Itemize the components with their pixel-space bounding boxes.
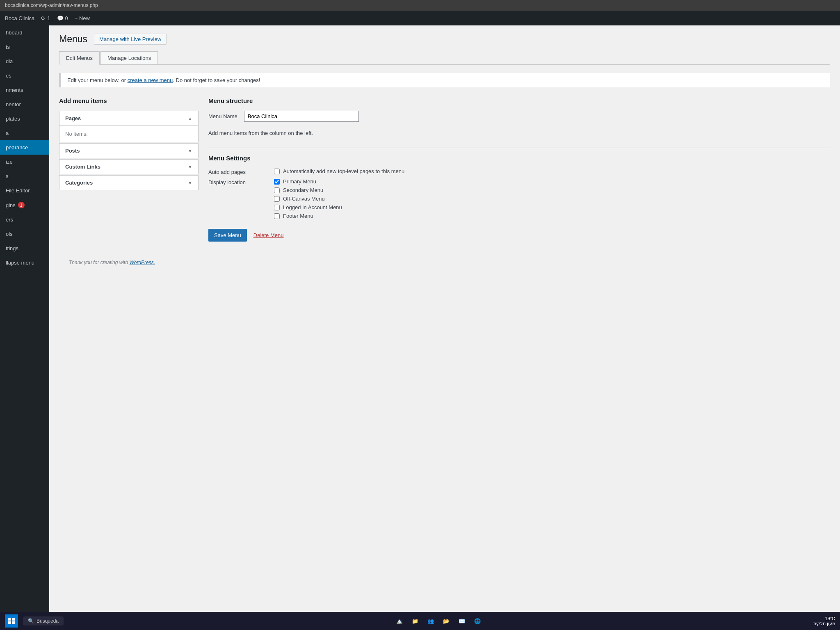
new-label: + New [75,15,90,21]
location-primary-menu-label: Primary Menu [283,178,316,185]
location-primary-menu-checkbox[interactable] [274,179,280,185]
temperature: 19°C [813,616,835,619]
sidebar-item-plugins[interactable]: gins 1 [0,198,49,212]
save-menu-button[interactable]: Save Menu [208,229,247,242]
taskbar-center: 🏔️ 📁 👥 📂 ✉️ 🌐 [394,615,483,619]
notice-text-after: . Do not forget to save your changes! [173,77,260,83]
location-off-canvas-menu[interactable]: Off-Canvas Menu [274,196,342,202]
create-new-menu-link[interactable]: create a new menu [128,77,173,83]
no-items-text: No items. [65,131,88,137]
accordion-posts-label: Posts [65,148,80,154]
sidebar-item-collapse[interactable]: llapse menu [0,256,49,270]
right-panel: Menu structure Menu Name Add menu items … [208,97,830,242]
location-primary-menu[interactable]: Primary Menu [274,178,342,185]
browser-bar: bocaclinica.com/wp-admin/nav-menus.php [0,0,840,11]
location-secondary-menu[interactable]: Secondary Menu [274,187,342,193]
live-preview-button[interactable]: Manage with Live Preview [94,34,167,45]
site-name[interactable]: Boca Clinica [5,15,34,21]
svg-rect-0 [8,618,11,619]
sidebar-item-settings[interactable]: ttings [0,241,49,256]
weather-display: 19°C מעון חלקית [813,616,835,619]
sidebar-item-widgets[interactable]: s [0,169,49,183]
accordion-pages-label: Pages [65,115,81,121]
page-title: Menus [59,34,87,45]
mail-icon[interactable]: ✉️ [456,615,468,619]
explorer-icon[interactable]: 📁 [409,615,421,619]
sidebar-item-pages[interactable]: es [0,68,49,83]
sidebar-item-customize[interactable]: ize [0,155,49,169]
taskbar: 🔍 Búsqueda 🏔️ 📁 👥 📂 ✉️ 🌐 19°C מעון חלקית [0,612,840,619]
notice-bar: Edit your menu below, or create a new me… [59,73,830,87]
tabs-container: Edit Menus Manage Locations [59,51,830,65]
sidebar-item-dashboard[interactable]: hboard [0,25,49,40]
auto-add-option[interactable]: Automatically add new top-level pages to… [274,168,404,174]
sidebar-item-elementor[interactable]: nentor [0,97,49,112]
location-secondary-menu-label: Secondary Menu [283,187,323,193]
chrome-icon[interactable]: 🌐 [472,615,483,619]
accordion-categories-arrow: ▼ [188,180,192,185]
menu-name-row: Menu Name [208,111,830,122]
updates-item[interactable]: ⟳ 1 [41,15,50,21]
sidebar-item-posts[interactable]: ts [0,40,49,54]
accordion-custom-links-arrow: ▼ [188,164,192,169]
auto-add-checkbox[interactable] [274,169,280,174]
menu-name-input[interactable] [244,111,359,122]
accordion-pages-body: No items. [59,126,198,142]
auto-add-options: Automatically add new top-level pages to… [274,168,404,174]
accordion-pages-header[interactable]: Pages ▲ [59,111,198,126]
main-layout: hboard ts dia es nments nentor plates a … [0,25,840,619]
accordion-categories-header[interactable]: Categories ▼ [59,176,198,190]
notice-text-before: Edit your menu below, or [67,77,128,83]
accordion-categories-label: Categories [65,180,93,186]
accordion-pages-arrow: ▲ [188,116,192,121]
teams-icon[interactable]: 👥 [425,615,436,619]
new-item[interactable]: + New [75,15,90,21]
plugins-badge: 1 [18,202,25,208]
windows-button[interactable] [5,614,18,619]
tab-manage-locations[interactable]: Manage Locations [100,51,158,64]
location-footer-menu-checkbox[interactable] [274,213,280,219]
sidebar-item-users[interactable]: ers [0,212,49,227]
sidebar: hboard ts dia es nments nentor plates a … [0,25,49,619]
comments-item[interactable]: 💬 0 [57,15,68,21]
taskbar-search[interactable]: 🔍 Búsqueda [23,616,64,619]
landscape-icon[interactable]: 🏔️ [394,615,405,619]
sidebar-item-file-editor[interactable]: File Editor [0,183,49,198]
delete-menu-link[interactable]: Delete Menu [253,232,284,238]
location-secondary-menu-checkbox[interactable] [274,187,280,193]
location-footer-menu[interactable]: Footer Menu [274,213,342,219]
wordpress-link[interactable]: WordPress. [129,260,155,265]
accordion-posts-arrow: ▼ [188,148,192,153]
sidebar-item-appearance[interactable]: pearance [0,140,49,155]
accordion-pages: Pages ▲ No items. [59,111,199,142]
comments-icon: 💬 [57,15,64,21]
location-logged-in-account-menu[interactable]: Logged In Account Menu [274,204,342,210]
location-off-canvas-menu-checkbox[interactable] [274,196,280,202]
auto-add-label: Auto add pages [208,168,258,175]
accordion-custom-links-header[interactable]: Custom Links ▼ [59,160,198,174]
accordion-custom-links-label: Custom Links [65,164,100,170]
folder-icon[interactable]: 📂 [441,615,452,619]
svg-rect-1 [12,618,15,619]
sidebar-item-templates[interactable]: plates [0,112,49,126]
sidebar-item-comments[interactable]: nments [0,83,49,97]
tab-edit-menus[interactable]: Edit Menus [59,51,100,65]
button-row: Save Menu Delete Menu [208,229,830,242]
browser-url: bocaclinica.com/wp-admin/nav-menus.php [5,2,98,8]
settings-auto-add-row: Auto add pages Automatically add new top… [208,168,830,175]
location-logged-in-account-menu-label: Logged In Account Menu [283,204,342,210]
menu-settings-title: Menu Settings [208,148,830,162]
accordion-posts-header[interactable]: Posts ▼ [59,144,198,158]
settings-display-location-row: Display location Primary Menu Secondary … [208,178,830,219]
updates-icon: ⟳ [41,15,46,21]
sidebar-item-tools[interactable]: ols [0,227,49,241]
footer-text: Thank you for creating with [69,260,129,265]
location-off-canvas-menu-label: Off-Canvas Menu [283,196,325,202]
sidebar-item-media[interactable]: dia [0,54,49,68]
location-logged-in-account-menu-checkbox[interactable] [274,205,280,210]
page-header: Menus Manage with Live Preview [59,34,830,45]
main-content: Menus Manage with Live Preview Edit Menu… [49,25,840,619]
left-panel: Add menu items Pages ▲ No items. Posts [59,97,199,191]
sidebar-item-extra[interactable]: a [0,126,49,140]
add-items-hint: Add menu items from the column on the le… [208,130,830,136]
